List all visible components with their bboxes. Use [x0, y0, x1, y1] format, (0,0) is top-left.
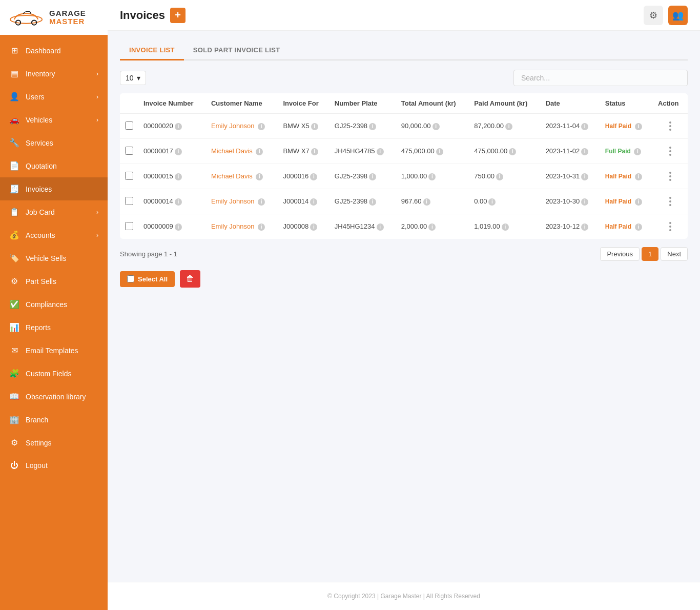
status-info-icon-2[interactable]: i	[635, 173, 642, 180]
sidebar-item-quotation[interactable]: 📄 Quotation	[0, 154, 108, 177]
customer-info-icon-2[interactable]: i	[256, 173, 263, 180]
action-menu-button-0[interactable]	[658, 119, 683, 133]
number-plate-info-icon-1[interactable]: i	[377, 148, 384, 155]
invoice-number-info-icon-3[interactable]: i	[175, 198, 182, 206]
date-info-icon-1[interactable]: i	[581, 148, 588, 155]
compliances-icon: ✅	[9, 299, 19, 309]
delete-button[interactable]: 🗑	[180, 270, 200, 288]
sidebar-item-label-users: Users	[26, 93, 90, 101]
previous-button[interactable]: Previous	[600, 247, 640, 261]
sidebar-item-label-part-sells: Part Sells	[26, 277, 98, 286]
sidebar-item-accounts[interactable]: 💰 Accounts ›	[0, 223, 108, 247]
action-menu-button-3[interactable]	[658, 195, 683, 208]
services-icon: 🔧	[9, 138, 19, 148]
paid-amount-info-icon-4[interactable]: i	[502, 223, 509, 231]
per-page-chevron-icon: ▾	[137, 74, 140, 82]
sidebar-item-users[interactable]: 👤 Users ›	[0, 85, 108, 108]
sidebar-item-vehicles[interactable]: 🚗 Vehicles ›	[0, 108, 108, 131]
sidebar-item-logout[interactable]: ⏻ Logout	[0, 454, 108, 477]
total-amount-info-icon-4[interactable]: i	[428, 223, 436, 231]
row-checkbox-input-0[interactable]	[125, 121, 133, 130]
invoice-for-info-icon-4[interactable]: i	[310, 223, 317, 231]
number-plate-info-icon-4[interactable]: i	[377, 223, 384, 231]
date-info-icon-2[interactable]: i	[581, 173, 588, 180]
sidebar-item-jobcard[interactable]: 📋 Job Card ›	[0, 200, 108, 223]
per-page-select[interactable]: 10 ▾	[120, 71, 146, 85]
sidebar-item-email-templates[interactable]: ✉ Email Templates	[0, 339, 108, 362]
invoice-for-info-icon-2[interactable]: i	[310, 173, 317, 180]
status-info-icon-0[interactable]: i	[635, 123, 642, 130]
paid-amount-info-icon-1[interactable]: i	[509, 148, 516, 155]
status-info-icon-1[interactable]: i	[634, 148, 641, 155]
status-info-icon-4[interactable]: i	[635, 223, 642, 231]
invoice-number-info-icon-2[interactable]: i	[175, 173, 182, 180]
bottom-actions: Select All 🗑	[120, 270, 688, 288]
invoice-for-2: J000016i	[278, 164, 329, 189]
customer-info-icon-1[interactable]: i	[256, 148, 263, 155]
customer-info-icon-4[interactable]: i	[258, 223, 265, 231]
user-icon-button[interactable]: 👥	[668, 6, 688, 25]
paid-amount-info-icon-2[interactable]: i	[496, 173, 503, 180]
next-button[interactable]: Next	[661, 247, 688, 261]
status-info-icon-3[interactable]: i	[635, 198, 642, 206]
row-checkbox-input-4[interactable]	[125, 222, 133, 230]
date-info-icon-3[interactable]: i	[581, 198, 588, 206]
sidebar-item-dashboard[interactable]: ⊞ Dashboard	[0, 39, 108, 62]
invoice-number-info-icon-1[interactable]: i	[175, 148, 182, 155]
action-1	[653, 139, 688, 164]
customer-info-icon-3[interactable]: i	[258, 198, 265, 206]
invoice-for-info-icon-3[interactable]: i	[310, 198, 317, 206]
number-plate-info-icon-2[interactable]: i	[369, 173, 376, 180]
th-status: Status	[600, 93, 653, 114]
paid-amount-info-icon-0[interactable]: i	[505, 123, 512, 130]
sidebar-item-reports[interactable]: 📊 Reports	[0, 316, 108, 339]
sidebar-item-compliances[interactable]: ✅ Compliances	[0, 293, 108, 316]
invoice-for-info-icon-1[interactable]: i	[311, 148, 318, 155]
total-amount-info-icon-3[interactable]: i	[423, 198, 430, 206]
sidebar-item-label-vehicle-sells: Vehicle Sells	[26, 254, 98, 262]
date-3: 2023-10-30i	[541, 189, 600, 214]
select-all-checkbox[interactable]	[127, 275, 134, 282]
customer-info-icon-0[interactable]: i	[258, 123, 265, 130]
sidebar-item-label-observation-library: Observation library	[26, 393, 98, 401]
search-input[interactable]	[513, 70, 688, 86]
sidebar-item-settings[interactable]: ⚙ Settings	[0, 431, 108, 454]
invoice-number-info-icon-4[interactable]: i	[175, 223, 182, 231]
sidebar-item-services[interactable]: 🔧 Services	[0, 131, 108, 154]
action-menu-button-4[interactable]	[658, 220, 683, 233]
date-info-icon-4[interactable]: i	[581, 223, 588, 231]
row-checkbox-input-1[interactable]	[125, 147, 133, 155]
sidebar-item-inventory[interactable]: ▤ Inventory ›	[0, 62, 108, 85]
row-checkbox-input-2[interactable]	[125, 172, 133, 180]
user-icon: 👥	[672, 10, 684, 21]
tab-sold-part-invoice-list[interactable]: SOLD PART INVOICE LIST	[184, 41, 290, 60]
invoice-number-info-icon-0[interactable]: i	[175, 123, 182, 130]
total-amount-info-icon-2[interactable]: i	[428, 173, 436, 180]
action-menu-button-1[interactable]	[658, 145, 683, 158]
row-checkbox-input-3[interactable]	[125, 197, 133, 205]
sidebar-item-vehicle-sells[interactable]: 🏷️ Vehicle Sells	[0, 247, 108, 270]
sidebar-item-invoices[interactable]: 🧾 Invoices	[0, 177, 108, 200]
invoice-number-4: 00000009i	[138, 214, 206, 239]
number-plate-info-icon-0[interactable]: i	[369, 123, 376, 130]
sidebar-item-branch[interactable]: 🏢 Branch	[0, 408, 108, 431]
paid-amount-info-icon-3[interactable]: i	[488, 198, 496, 206]
total-amount-info-icon-0[interactable]: i	[433, 123, 440, 130]
status-3: Half Paid i	[600, 189, 653, 214]
date-info-icon-0[interactable]: i	[581, 123, 588, 130]
sidebar-item-part-sells[interactable]: ⚙ Part Sells	[0, 270, 108, 293]
page-1-button[interactable]: 1	[642, 247, 658, 261]
add-invoice-button[interactable]: +	[170, 8, 186, 23]
action-menu-button-2[interactable]	[658, 170, 683, 183]
per-page-value: 10	[126, 74, 134, 82]
total-amount-info-icon-1[interactable]: i	[436, 148, 443, 155]
tab-invoice-list[interactable]: INVOICE LIST	[120, 41, 184, 60]
sidebar-item-observation-library[interactable]: 📖 Observation library	[0, 385, 108, 408]
number-plate-info-icon-3[interactable]: i	[369, 198, 376, 206]
select-all-button[interactable]: Select All	[120, 271, 175, 287]
settings-icon-button[interactable]: ⚙	[644, 6, 663, 25]
date-4: 2023-10-12i	[541, 214, 600, 239]
sidebar-item-custom-fields[interactable]: 🧩 Custom Fields	[0, 362, 108, 385]
customer-name-0: Emily Johnson i	[206, 114, 278, 139]
invoice-for-info-icon-0[interactable]: i	[311, 123, 318, 130]
